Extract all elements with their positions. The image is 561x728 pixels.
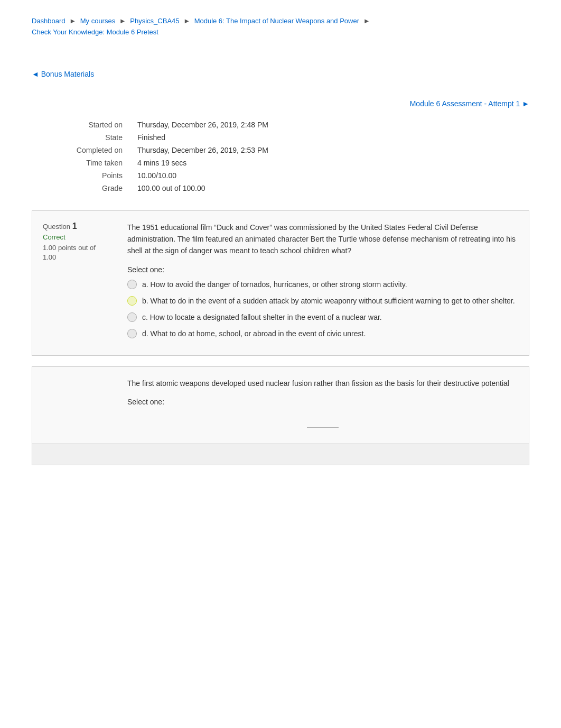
started-on-value: Thursday, December 26, 2019, 2:48 PM [127,118,529,131]
info-row-started: Started on Thursday, December 26, 2019, … [32,118,529,131]
question-1-content: The 1951 educational film “Duck and Cove… [127,222,518,345]
info-row-completed: Completed on Thursday, December 26, 2019… [32,144,529,156]
radio-d[interactable] [127,329,137,338]
question-1-meta: Question 1 Correct 1.00 points out of1.0… [43,222,117,345]
question-2-text: The first atomic weapons developed used … [127,377,518,389]
state-label: State [32,131,127,144]
radio-b[interactable] [127,296,137,306]
question-number: 1 [72,222,77,231]
bonus-materials-link[interactable]: ◄ Bonus Materials [32,70,94,78]
quiz-info-table: Started on Thursday, December 26, 2019, … [32,118,529,195]
question-1-inner: Question 1 Correct 1.00 points out of1.0… [32,211,529,355]
points-label: Points [32,169,127,182]
info-row-time: Time taken 4 mins 19 secs [32,156,529,169]
question-2-bottom-bar [32,444,529,465]
question-2-section: The first atomic weapons developed used … [32,366,529,465]
next-assessment-link[interactable]: Module 6 Assessment - Attempt 1 ► [410,99,529,108]
page-wrapper: Dashboard ► My courses ► Physics_CBA45 ►… [0,0,561,492]
grade-value: 100.00 out of 100.00 [127,182,529,195]
breadcrumb-arrow-3: ► [183,17,192,25]
started-on-label: Started on [32,118,127,131]
breadcrumb-course[interactable]: Physics_CBA45 [130,17,179,25]
completed-on-label: Completed on [32,144,127,156]
question-1-option-a: a. How to avoid the danger of tornados, … [127,279,518,290]
question-1-option-d: d. What to do at home, school, or abroad… [127,328,518,339]
question-1-option-b: b. What to do in the event of a sudden a… [127,296,518,307]
time-taken-label: Time taken [32,156,127,169]
question-2-inner: The first atomic weapons developed used … [32,367,529,438]
option-d-text: d. What to do at home, school, or abroad… [142,328,366,339]
question-1-select-label: Select one: [127,265,518,274]
breadcrumb-module[interactable]: Module 6: The Impact of Nuclear Weapons … [194,17,359,25]
question-1-section: Question 1 Correct 1.00 points out of1.0… [32,210,529,356]
breadcrumb-dashboard[interactable]: Dashboard [32,17,66,25]
completed-on-value: Thursday, December 26, 2019, 2:53 PM [127,144,529,156]
bonus-nav: ◄ Bonus Materials [32,70,529,78]
radio-c[interactable] [127,312,137,322]
question-1-option-c: c. How to locate a designated fallout sh… [127,312,518,323]
next-nav: Module 6 Assessment - Attempt 1 ► [32,99,529,108]
question-2-select-label: Select one: [127,398,518,406]
time-taken-value: 4 mins 19 secs [127,156,529,169]
question-1-text: The 1951 educational film “Duck and Cove… [127,222,518,257]
divider [307,427,339,428]
info-row-state: State Finished [32,131,529,144]
question-1-status: Correct [43,233,117,241]
question-1-points: 1.00 points out of1.00 [43,243,117,262]
info-row-grade: Grade 100.00 out of 100.00 [32,182,529,195]
breadcrumb-mycourses[interactable]: My courses [80,17,115,25]
breadcrumb-arrow-1: ► [69,17,78,25]
radio-a[interactable] [127,280,137,289]
option-c-text: c. How to locate a designated fallout sh… [142,312,382,323]
info-row-points: Points 10.00/10.00 [32,169,529,182]
points-value: 10.00/10.00 [127,169,529,182]
option-a-text: a. How to avoid the danger of tornados, … [142,279,407,290]
question-label: Question [43,223,70,231]
grade-label: Grade [32,182,127,195]
state-value: Finished [127,131,529,144]
breadcrumb-arrow-2: ► [119,17,128,25]
breadcrumb: Dashboard ► My courses ► Physics_CBA45 ►… [32,16,529,38]
breadcrumb-arrow-4: ► [363,17,370,25]
option-b-text: b. What to do in the event of a sudden a… [142,296,515,307]
breadcrumb-activity[interactable]: Check Your Knowledge: Module 6 Pretest [32,28,158,36]
